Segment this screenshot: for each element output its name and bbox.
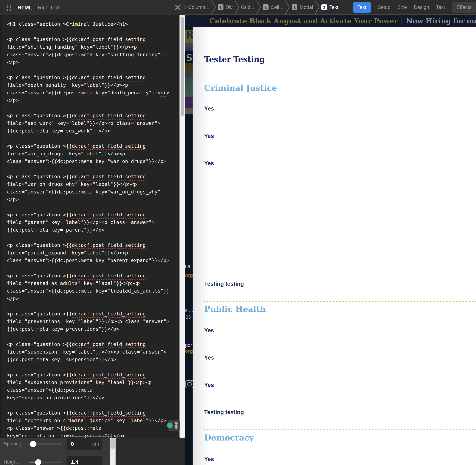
breadcrumb-item-column[interactable]: Column 1 — [186, 5, 211, 10]
scroll-handle-icon — [175, 424, 177, 429]
breadcrumb-item-grid[interactable]: Grid 1 — [239, 5, 256, 10]
tab-size[interactable]: Size — [397, 5, 407, 10]
settings-tab-bar: Text Setup Size Design Text Effects Cust… — [353, 0, 476, 14]
code-editor-content[interactable]: <h1 class="section">Criminal Justice</h1… — [7, 20, 178, 438]
spacing-unit[interactable]: em — [92, 441, 99, 447]
section-title-democracy: Democracy — [204, 433, 254, 442]
page-behind-modal-strip: R qu S ual org e., S 25 por org — [185, 27, 193, 465]
rendered-modal-content: Tester Testing Criminal Justice Yes Yes … — [193, 27, 476, 465]
site-announcement-banner[interactable]: Celebrate Black August and Activate Your… — [185, 15, 476, 27]
breadcrumb-item-div[interactable]: 1Div — [216, 4, 234, 10]
chevron-right-icon — [211, 0, 216, 14]
answer-text: Yes — [204, 382, 214, 388]
count-badge: 1 — [292, 4, 298, 10]
instagram-icon[interactable] — [185, 380, 193, 389]
slider-thumb[interactable] — [35, 459, 41, 465]
behind-address-fragment: e., S — [185, 308, 193, 313]
answer-text: Yes — [204, 456, 214, 463]
section-title-criminal-justice: Criminal Justice — [204, 83, 277, 93]
tab-design[interactable]: Design — [414, 5, 429, 10]
behind-letter-s: S — [186, 53, 192, 63]
answer-text: Yes — [204, 354, 214, 361]
breadcrumb: Column 1 1Div Grid 1 1Cell 1 1Modal 1Tex… — [182, 0, 352, 14]
scrollbar-thumb[interactable] — [181, 17, 184, 116]
count-badge: 1 — [321, 4, 327, 10]
modal-left-shadow — [193, 27, 209, 465]
behind-zip-fragment: 25 — [186, 315, 191, 320]
editor-mode-html[interactable]: HTML — [17, 5, 32, 11]
spacing-slider[interactable] — [29, 444, 62, 445]
toggle-indicator-icon[interactable] — [167, 423, 173, 428]
breadcrumb-item-cell[interactable]: 1Cell 1 — [261, 4, 285, 10]
behind-heading-letters: qu — [186, 45, 193, 52]
section-divider — [204, 79, 476, 79]
tab-text[interactable]: Text — [353, 2, 371, 13]
editor-floating-toolbar[interactable] — [168, 420, 180, 431]
chevron-right-icon — [285, 0, 290, 14]
section-title-public-health: Public Health — [204, 304, 266, 314]
section-divider — [204, 301, 476, 302]
close-icon[interactable] — [175, 4, 181, 11]
behind-heading-letter: R — [185, 29, 193, 41]
modal-title: Tester Testing — [204, 55, 265, 64]
properties-panel: Spacing 0 em Height 1.4 — [0, 438, 185, 465]
answer-text: Yes — [204, 327, 214, 334]
spacing-value-box[interactable]: 0 em — [66, 438, 102, 450]
tab-text-2[interactable]: Text — [436, 5, 445, 10]
editor-header: HTML Rich Text — [1, 0, 185, 15]
count-badge: 1 — [218, 4, 223, 10]
height-label: Height — [4, 459, 18, 465]
behind-org-link[interactable]: org — [185, 273, 193, 278]
answer-note: Testing testing — [204, 409, 244, 416]
banner-divider: | — [398, 17, 406, 25]
answer-text: Yes — [204, 106, 214, 112]
editor-vertical-scrollbar[interactable] — [179, 14, 185, 438]
behind-text-fragment-2: por — [185, 342, 192, 348]
banner-text: Now Hiring for our Seasonal C — [406, 17, 476, 25]
height-slider[interactable] — [29, 462, 62, 463]
banner-highlight-text: Celebrate Black August and Activate Your… — [210, 17, 398, 25]
page-preview: Celebrate Black August and Activate Your… — [185, 14, 476, 465]
editor-horizontal-scrollbar[interactable] — [67, 436, 111, 437]
breadcrumb-item-text[interactable]: 1Text — [320, 4, 340, 10]
spacing-label: Spacing — [4, 441, 22, 447]
answer-note: Testing testing — [204, 281, 244, 287]
spacing-row: Spacing 0 em — [0, 438, 110, 451]
height-value-box[interactable]: 1.4 — [66, 456, 102, 465]
behind-text-fragment: ual — [185, 264, 191, 269]
chevron-right-icon — [234, 0, 239, 14]
answer-text: Yes — [204, 160, 214, 167]
scrollbar-thumb[interactable] — [111, 438, 115, 449]
breadcrumb-item-modal[interactable]: 1Modal — [290, 4, 315, 10]
properties-scrollbar[interactable] — [110, 438, 116, 465]
scroll-handle-icon — [175, 422, 178, 425]
chevron-right-icon — [256, 0, 261, 14]
chevron-right-icon — [315, 0, 320, 14]
slider-thumb[interactable] — [30, 441, 36, 447]
tab-setup[interactable]: Setup — [378, 5, 391, 10]
editor-mode-rich-text[interactable]: Rich Text — [38, 5, 60, 11]
answer-text: Yes — [204, 133, 214, 139]
height-value[interactable]: 1.4 — [71, 459, 78, 465]
html-code-editor[interactable]: <h1 class="section">Criminal Justice</h1… — [1, 14, 185, 438]
height-row: Height 1.4 — [0, 456, 110, 465]
behind-org-link-2[interactable]: org — [185, 349, 193, 354]
spacing-value[interactable]: 0 — [71, 441, 74, 447]
tab-effects[interactable]: Effects — [452, 2, 476, 13]
drag-handle-icon[interactable] — [7, 5, 11, 11]
value-unit-divider — [89, 440, 89, 448]
section-divider — [204, 429, 476, 430]
count-badge: 1 — [263, 4, 268, 10]
